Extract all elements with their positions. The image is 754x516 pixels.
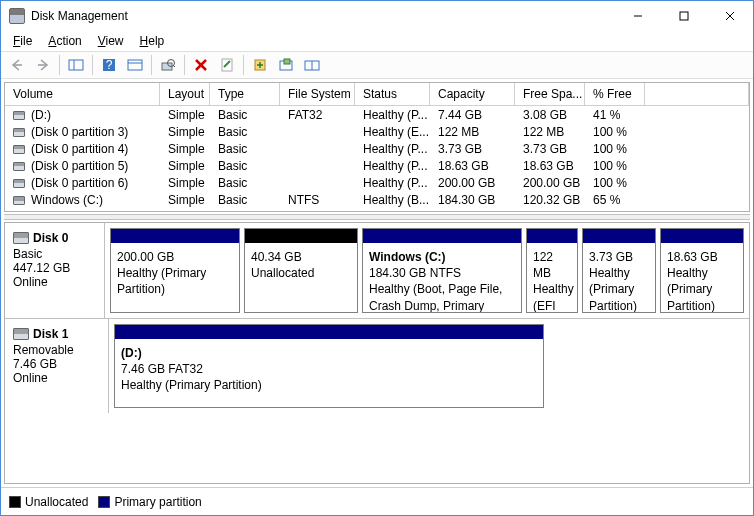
cell-free: 200.00 GB <box>515 175 585 191</box>
cell-status: Healthy (P... <box>355 141 430 157</box>
partition-bar <box>111 229 239 243</box>
menu-file[interactable]: File <box>7 32 38 50</box>
partition-status: Healthy (Boot, Page File, Crash Dump, Pr… <box>369 281 515 312</box>
splitter[interactable] <box>4 214 750 220</box>
col-free[interactable]: Free Spa... <box>515 83 585 105</box>
maximize-button[interactable] <box>661 1 707 31</box>
disk-partitions: (D:)7.46 GB FAT32Healthy (Primary Partit… <box>109 319 749 413</box>
cell-capacity: 200.00 GB <box>430 175 515 191</box>
menu-help[interactable]: Help <box>134 32 171 50</box>
volume-icon <box>13 111 25 120</box>
col-type[interactable]: Type <box>210 83 280 105</box>
partition[interactable]: 18.63 GBHealthy (Primary Partition) <box>660 228 744 313</box>
cell-free: 122 MB <box>515 124 585 140</box>
partition[interactable]: 122 MBHealthy (EFI System Partition) <box>526 228 578 313</box>
forward-button[interactable] <box>31 53 55 77</box>
disk-size: 447.12 GB <box>13 261 96 275</box>
partition-bar <box>583 229 655 243</box>
partition-name: (D:) <box>121 345 537 361</box>
show-hide-console-tree-button[interactable] <box>64 53 88 77</box>
svg-rect-1 <box>680 12 688 20</box>
partition-status: Healthy (EFI System Partition) <box>533 281 571 312</box>
cell-capacity: 3.73 GB <box>430 141 515 157</box>
table-row[interactable]: (D:)SimpleBasicFAT32Healthy (P...7.44 GB… <box>5 106 749 123</box>
partition[interactable]: 3.73 GBHealthy (Primary Partition) <box>582 228 656 313</box>
table-row[interactable]: Windows (C:)SimpleBasicNTFSHealthy (B...… <box>5 191 749 208</box>
window-title: Disk Management <box>31 9 615 23</box>
volume-icon <box>13 128 25 137</box>
partition-size: 184.30 GB NTFS <box>369 265 515 281</box>
col-layout[interactable]: Layout <box>160 83 210 105</box>
disk-info[interactable]: Disk 1Removable7.46 GBOnline <box>5 319 109 413</box>
volume-name: (Disk 0 partition 3) <box>31 125 128 139</box>
table-row[interactable]: (Disk 0 partition 4)SimpleBasicHealthy (… <box>5 140 749 157</box>
minimize-button[interactable] <box>615 1 661 31</box>
partition-size: 7.46 GB FAT32 <box>121 361 537 377</box>
back-button[interactable] <box>5 53 29 77</box>
cell-fs <box>280 148 355 150</box>
cell-free: 18.63 GB <box>515 158 585 174</box>
menu-view[interactable]: View <box>92 32 130 50</box>
volume-name: Windows (C:) <box>31 193 103 207</box>
disk-state: Online <box>13 275 96 289</box>
cell-layout: Simple <box>160 192 210 208</box>
disk-row: Disk 0Basic447.12 GBOnline200.00 GBHealt… <box>5 223 749 318</box>
partition-status: Healthy (Primary Partition) <box>117 265 233 297</box>
table-row[interactable]: (Disk 0 partition 5)SimpleBasicHealthy (… <box>5 157 749 174</box>
cell-capacity: 18.63 GB <box>430 158 515 174</box>
action-2-button[interactable] <box>274 53 298 77</box>
delete-button[interactable] <box>189 53 213 77</box>
cell-pct: 100 % <box>585 141 645 157</box>
action-3-button[interactable] <box>300 53 324 77</box>
partition[interactable]: 40.34 GBUnallocated <box>244 228 358 313</box>
partition[interactable]: 200.00 GBHealthy (Primary Partition) <box>110 228 240 313</box>
toolbar-separator <box>184 55 185 75</box>
cell-capacity: 122 MB <box>430 124 515 140</box>
col-pctfree[interactable]: % Free <box>585 83 645 105</box>
settings-button[interactable] <box>123 53 147 77</box>
partition-size: 122 MB <box>533 249 571 281</box>
close-button[interactable] <box>707 1 753 31</box>
help-button[interactable]: ? <box>97 53 121 77</box>
toolbar-separator <box>243 55 244 75</box>
svg-rect-20 <box>284 59 290 64</box>
partition-size: 200.00 GB <box>117 249 233 265</box>
cell-status: Healthy (B... <box>355 192 430 208</box>
partition[interactable]: (D:)7.46 GB FAT32Healthy (Primary Partit… <box>114 324 544 408</box>
cell-capacity: 7.44 GB <box>430 107 515 123</box>
cell-pct: 100 % <box>585 175 645 191</box>
partition-status: Unallocated <box>251 265 351 281</box>
partition[interactable]: Windows (C:)184.30 GB NTFSHealthy (Boot,… <box>362 228 522 313</box>
cell-fs: FAT32 <box>280 107 355 123</box>
disk-type: Basic <box>13 247 96 261</box>
svg-line-14 <box>173 65 175 67</box>
cell-type: Basic <box>210 158 280 174</box>
volume-icon <box>13 162 25 171</box>
volume-name: (Disk 0 partition 6) <box>31 176 128 190</box>
disk-type: Removable <box>13 343 100 357</box>
partition-bar <box>527 229 577 243</box>
cell-pct: 100 % <box>585 124 645 140</box>
app-icon <box>9 8 25 24</box>
disk-info[interactable]: Disk 0Basic447.12 GBOnline <box>5 223 105 318</box>
col-capacity[interactable]: Capacity <box>430 83 515 105</box>
partition-size: 3.73 GB <box>589 249 649 265</box>
refresh-button[interactable] <box>156 53 180 77</box>
col-status[interactable]: Status <box>355 83 430 105</box>
cell-fs <box>280 182 355 184</box>
col-volume[interactable]: Volume <box>5 83 160 105</box>
partition-status: Healthy (Primary Partition) <box>667 265 737 312</box>
col-fs[interactable]: File System <box>280 83 355 105</box>
volume-name: (Disk 0 partition 5) <box>31 159 128 173</box>
partition-name: Windows (C:) <box>369 249 515 265</box>
partition-status: Healthy (Primary Partition) <box>121 377 537 393</box>
cell-pct: 100 % <box>585 158 645 174</box>
properties-button[interactable] <box>215 53 239 77</box>
menu-action[interactable]: Action <box>42 32 87 50</box>
volume-list[interactable]: Volume Layout Type File System Status Ca… <box>4 82 750 212</box>
cell-free: 3.08 GB <box>515 107 585 123</box>
table-row[interactable]: (Disk 0 partition 3)SimpleBasicHealthy (… <box>5 123 749 140</box>
action-1-button[interactable] <box>248 53 272 77</box>
cell-type: Basic <box>210 175 280 191</box>
table-row[interactable]: (Disk 0 partition 6)SimpleBasicHealthy (… <box>5 174 749 191</box>
